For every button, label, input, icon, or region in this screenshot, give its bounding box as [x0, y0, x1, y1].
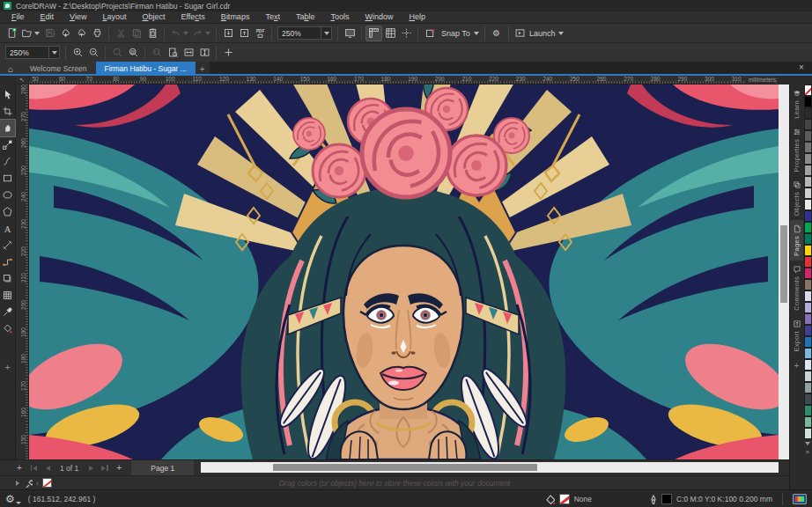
full-screen-preview-button[interactable]	[342, 26, 358, 41]
horizontal-ruler[interactable]: millimeters 5060708090100110120130140150…	[29, 76, 779, 84]
launch-menu[interactable]: Launch	[513, 26, 566, 41]
palette-swatch[interactable]	[804, 336, 812, 348]
menu-tools[interactable]: Tools	[322, 11, 357, 23]
dimension-tool[interactable]	[0, 237, 15, 254]
docker-tab-objects[interactable]: Objects	[790, 176, 804, 221]
close-document-icon[interactable]: ×	[796, 62, 807, 72]
menu-file[interactable]: File	[4, 11, 33, 23]
zoom-out-button[interactable]	[85, 45, 101, 61]
tab-active-document[interactable]: Firman Hatibu - Sugar ...	[96, 62, 196, 76]
last-page-button[interactable]	[98, 460, 112, 476]
print-button[interactable]	[89, 26, 105, 41]
next-page-button[interactable]	[84, 460, 98, 476]
polygon-tool[interactable]	[0, 203, 15, 220]
palette-swatch[interactable]	[804, 325, 812, 336]
zoom-levels-combo[interactable]: 250%	[277, 26, 332, 40]
shape-tool[interactable]	[0, 136, 15, 153]
docker-tab-pages[interactable]: Pages	[790, 220, 804, 261]
menu-effects[interactable]: Effects	[173, 11, 212, 23]
vertical-scrollbar-thumb[interactable]	[780, 225, 787, 303]
palette-swatch[interactable]	[804, 119, 812, 130]
mesh-fill-tool[interactable]	[0, 287, 15, 304]
palette-swatch[interactable]	[804, 96, 812, 107]
palette-swatch[interactable]	[804, 153, 812, 165]
collapse-palette-icon[interactable]: ‹	[36, 479, 39, 488]
vertical-ruler[interactable]: 2802702602502402302202102001901801701601…	[16, 84, 29, 459]
palette-swatch[interactable]	[804, 233, 812, 245]
palette-scroll-down-icon[interactable]	[805, 442, 810, 445]
palette-swatch[interactable]	[804, 268, 812, 279]
document-palette-flyout-icon[interactable]	[16, 481, 19, 486]
zoom-width-button[interactable]	[181, 45, 196, 61]
options-gear-button[interactable]: ⚙	[489, 26, 505, 41]
open-document-button[interactable]	[19, 26, 41, 41]
palette-swatch[interactable]	[804, 428, 812, 439]
paste-button[interactable]	[144, 26, 160, 41]
export-button[interactable]	[236, 26, 252, 41]
drawing-canvas[interactable]	[29, 84, 779, 459]
add-plus-button[interactable]	[220, 45, 236, 61]
palette-swatch[interactable]	[804, 416, 812, 428]
zoom-all-button[interactable]: @	[125, 45, 141, 61]
palette-swatch[interactable]	[804, 279, 812, 290]
connector-tool[interactable]	[0, 254, 15, 270]
publish-pdf-button[interactable]: PDF	[252, 26, 268, 41]
palette-swatch[interactable]	[804, 290, 812, 302]
palette-swatch[interactable]	[804, 165, 812, 176]
palette-swatch[interactable]	[804, 405, 812, 416]
page-tab-page1[interactable]: Page 1	[131, 460, 194, 476]
palette-swatch[interactable]	[804, 245, 812, 256]
palette-swatch[interactable]	[804, 382, 812, 393]
cloud-download-button[interactable]	[57, 26, 73, 41]
add-page-button-right[interactable]: +	[112, 460, 126, 476]
palette-swatch[interactable]	[804, 302, 812, 313]
ellipse-tool[interactable]	[0, 187, 15, 203]
docker-tab-export[interactable]: Export	[790, 315, 804, 356]
interactive-fill-tool[interactable]	[0, 320, 15, 337]
snap-off-button[interactable]	[422, 26, 438, 41]
import-button[interactable]	[220, 26, 236, 41]
previous-page-button[interactable]	[41, 460, 55, 476]
palette-swatch[interactable]	[804, 348, 812, 359]
home-tab-button[interactable]: ⌂	[0, 62, 21, 76]
color-proof-monitor-icon[interactable]	[793, 494, 807, 504]
show-grid-button[interactable]	[382, 26, 398, 41]
palette-swatch[interactable]	[804, 130, 812, 142]
tab-welcome-screen[interactable]: Welcome Screen	[21, 62, 96, 76]
menu-help[interactable]: Help	[402, 11, 434, 23]
palette-swatch[interactable]	[804, 176, 812, 187]
menu-view[interactable]: View	[62, 11, 94, 23]
new-document-tab-button[interactable]: +	[196, 62, 210, 76]
menu-window[interactable]: Window	[357, 11, 401, 23]
palette-swatch[interactable]	[804, 313, 812, 325]
show-rulers-button[interactable]	[365, 26, 382, 41]
horizontal-scrollbar[interactable]	[201, 462, 779, 473]
eyedropper-tool[interactable]	[0, 304, 15, 320]
eyedropper-icon[interactable]	[23, 478, 33, 488]
zoom-height-button[interactable]	[196, 45, 212, 61]
fill-none-swatch[interactable]	[559, 494, 570, 504]
add-docker-button[interactable]: +	[794, 361, 800, 371]
text-tool[interactable]: A	[0, 220, 15, 237]
first-page-button[interactable]	[26, 460, 41, 476]
no-color-swatch[interactable]	[42, 478, 52, 488]
horizontal-scrollbar-thumb[interactable]	[273, 464, 537, 471]
ruler-origin[interactable]: ↖	[16, 76, 29, 84]
curve-tool[interactable]	[0, 153, 15, 170]
new-document-button[interactable]	[4, 26, 19, 41]
zoom-page-button[interactable]	[165, 45, 181, 61]
menu-edit[interactable]: Edit	[33, 11, 63, 23]
rectangle-tool[interactable]	[0, 170, 15, 187]
menu-bitmaps[interactable]: Bitmaps	[213, 11, 258, 23]
add-tools-button[interactable]: +	[4, 362, 10, 372]
palette-swatch[interactable]	[804, 199, 812, 210]
palette-swatch[interactable]	[804, 393, 812, 405]
docker-tab-properties[interactable]: Properties	[790, 123, 804, 176]
pick-tool[interactable]	[0, 86, 15, 103]
palette-swatch[interactable]	[804, 256, 812, 268]
docker-tab-learn[interactable]: Learn	[790, 84, 804, 123]
drop-shadow-tool[interactable]	[0, 270, 15, 287]
zoom-in-button[interactable]	[70, 45, 85, 61]
cloud-upload-button[interactable]	[73, 26, 89, 41]
docker-tab-comments[interactable]: Comments	[790, 261, 804, 315]
